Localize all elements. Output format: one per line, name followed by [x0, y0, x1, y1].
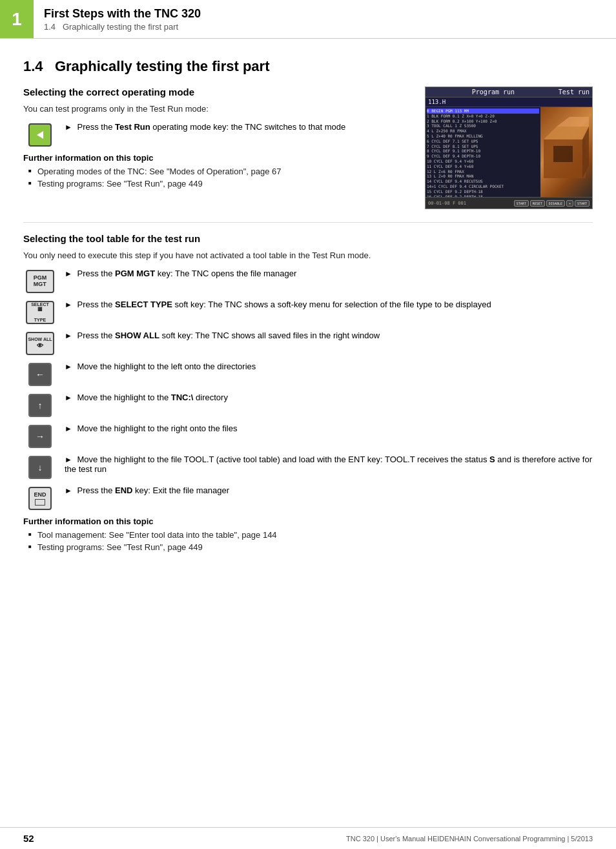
- screenshot-3d-render: [540, 107, 592, 200]
- screenshot-code-line-4: 4 L Z+250 R0 FMAX: [427, 128, 539, 134]
- screenshot-filename: 113.H: [428, 99, 446, 105]
- instruction-arrow-right: → ► Move the highlight to the right onto…: [23, 424, 593, 448]
- further-info-1: Further information on this topic Operat…: [23, 153, 412, 190]
- screenshot-code-line-3: 3 TOOL CALL 1 Z S3500: [427, 123, 539, 128]
- screenshot-code-line-14: 14 CYCL DEF 9.4 RECUTSUS: [427, 179, 539, 184]
- end-text: Press the END key: Exit the file manager: [77, 486, 230, 495]
- arrow-right-key: →: [28, 425, 52, 448]
- screenshot-code-line-9: 9 CYCL DEF 9.4 DEPTH-10: [427, 154, 539, 159]
- svg-marker-2: [544, 127, 589, 139]
- further-info-1-title: Further information on this topic: [23, 153, 412, 163]
- arrow-key-svg: [34, 129, 46, 141]
- screenshot-code-line-12: 12 L Z+6 R0 FMAX: [427, 169, 539, 174]
- selecting-mode-body: You can test programs only in the Test R…: [23, 103, 412, 116]
- further-info-2-title: Further information on this topic: [23, 517, 593, 526]
- select-type-icon-col: SELECT▦TYPE: [23, 300, 57, 324]
- test-run-desc: ► Press the Test Run operating mode key:…: [65, 122, 412, 132]
- screenshot-code-line-8: 8 CYCL DEF 9.1 DEPTH-10: [427, 148, 539, 154]
- selecting-tool-heading: Selecting the tool table for the test ru…: [23, 233, 593, 244]
- arrow-up-desc: ► Move the highlight to the TNC:\ direct…: [65, 393, 593, 402]
- screenshot-bottom-bar: 00-01-08 F 001 START RESET DISABLE + STA…: [426, 197, 592, 209]
- screenshot-code-line-13: 13 L Z+0 R0 FMAX MAN: [427, 174, 539, 179]
- svg-marker-0: [37, 131, 43, 139]
- show-all-desc: ► Press the SHOW ALL soft key: The TNC s…: [65, 331, 593, 340]
- select-type-desc: ► Press the SELECT TYPE soft key: The TN…: [65, 300, 593, 309]
- header-text-block: First Steps with the TNC 320 1.4 Graphic…: [34, 0, 211, 38]
- softkey-disable[interactable]: DISABLE: [546, 200, 565, 207]
- svg-marker-5: [557, 117, 589, 127]
- pgm-mgt-key: PGMMGT: [26, 270, 54, 293]
- screenshot-program-run-label: Program run: [472, 88, 515, 96]
- screenshot-code-area: 0 BEGIN PGM 113 MM 1 BLK FORM 0.1 Z X+0 …: [426, 107, 540, 200]
- screenshot-code-line-1: 1 BLK FORM 0.1 Z X+0 Y+0 Z-20: [427, 114, 539, 119]
- arrow-bullet-left: ►: [65, 362, 72, 371]
- arrow-bullet-select: ►: [65, 300, 72, 309]
- arrow-down-key: ↓: [28, 456, 52, 479]
- end-icon-col: END: [23, 486, 57, 510]
- end-desc: ► Press the END key: Exit the file manag…: [65, 486, 593, 495]
- arrow-bullet-up: ►: [65, 393, 72, 402]
- main-content: 1.4 Graphically testing the first part S…: [0, 39, 616, 582]
- show-all-key: SHOW ALL👁: [26, 332, 54, 355]
- arrow-bullet-end: ►: [65, 486, 72, 495]
- arrow-bullet-pgm: ►: [65, 269, 72, 278]
- test-run-instruction: ► Press the Test Run operating mode key:…: [23, 122, 412, 147]
- pgm-mgt-text: Press the PGM MGT key: The TNC opens the…: [77, 269, 297, 278]
- test-run-icon-col: [23, 122, 57, 147]
- arrow-left-icon-col: ←: [23, 362, 57, 386]
- arrow-up-icon-col: ↑: [23, 393, 57, 417]
- arrow-bullet-show-all: ►: [65, 331, 72, 340]
- screenshot-code-line-15: 15 CYCL DEF 9.2 DEPTH-18: [427, 189, 539, 194]
- screenshot-content: 0 BEGIN PGM 113 MM 1 BLK FORM 0.1 Z X+0 …: [426, 107, 592, 200]
- selecting-mode-section: Selecting the correct operating mode You…: [23, 87, 593, 209]
- selecting-tool-section: Selecting the tool table for the test ru…: [23, 233, 593, 554]
- instruction-pgm-mgt: PGMMGT ► Press the PGM MGT key: The TNC …: [23, 269, 593, 293]
- screenshot-box: Program run Test run 113.H 0 BEGIN PGM 1…: [425, 87, 593, 209]
- softkey-reset[interactable]: RESET: [530, 200, 545, 207]
- instruction-end: END ► Press the END key: Exit the file m…: [23, 486, 593, 510]
- instruction-arrow-up: ↑ ► Move the highlight to the TNC:\ dire…: [23, 393, 593, 417]
- arrow-left-desc: ► Move the highlight to the left onto th…: [65, 362, 593, 371]
- footer-text: TNC 320 | User's Manual HEIDENHAIN Conve…: [346, 835, 593, 843]
- softkey-plus[interactable]: +: [566, 200, 573, 207]
- end-key: END: [28, 487, 52, 510]
- svg-rect-4: [553, 146, 573, 162]
- test-run-key-icon: [28, 123, 52, 147]
- screenshot-test-run-label: Test run: [559, 88, 590, 96]
- arrow-left-text: Move the highlight to the left onto the …: [77, 362, 256, 371]
- arrow-down-desc: ► Move the highlight to the file TOOL.T …: [65, 455, 593, 474]
- arrow-bullet-1: ►: [65, 123, 72, 132]
- softkey-start2[interactable]: START: [575, 200, 590, 207]
- arrow-right-desc: ► Move the highlight to the right onto t…: [65, 424, 593, 433]
- chapter-number-block: 1: [0, 0, 34, 38]
- end-key-label: END: [34, 491, 46, 498]
- screenshot-code-line-7: 7 CYCL DEF 8.1 SET UPS: [427, 144, 539, 149]
- screenshot-code-line-14a: 14+1 CYCL DEF 9.4 CIRCULAR POCKET: [427, 184, 539, 189]
- page-number: 52: [23, 833, 34, 844]
- pgm-mgt-icon-col: PGMMGT: [23, 269, 57, 293]
- arrow-bullet-down: ►: [65, 455, 72, 464]
- further-info-2-list: Tool management: See "Enter tool data in…: [23, 529, 593, 554]
- show-all-icon-col: SHOW ALL👁: [23, 331, 57, 355]
- arrow-up-text: Move the highlight to the TNC:\ director…: [77, 393, 228, 402]
- screenshot-code-line-2: 2 BLK FORM 0.2 X+100 Y+100 Z+0: [427, 119, 539, 124]
- further-info-1-item-0: Operating modes of the TNC: See "Modes o…: [28, 165, 412, 178]
- screenshot-filename-bar: 113.H: [426, 97, 592, 107]
- screenshot-code-line-10: 10 CYCL DEF 9.4 Y+60: [427, 159, 539, 164]
- further-info-2-item-0: Tool management: See "Enter tool data in…: [28, 529, 593, 542]
- page-footer: 52 TNC 320 | User's Manual HEIDENHAIN Co…: [0, 827, 616, 849]
- selecting-mode-heading: Selecting the correct operating mode: [23, 87, 412, 97]
- arrow-down-text: Move the highlight to the file TOOL.T (a…: [65, 455, 592, 474]
- screenshot-3d-area: [540, 107, 592, 200]
- further-info-1-list: Operating modes of the TNC: See "Modes o…: [23, 165, 412, 190]
- further-info-2: Further information on this topic Tool m…: [23, 517, 593, 554]
- arrow-right-icon-col: →: [23, 424, 57, 448]
- header-section-title: 1.4 Graphically testing the first part: [44, 22, 201, 32]
- softkey-start[interactable]: START: [514, 200, 529, 207]
- section-heading: 1.4 Graphically testing the first part: [23, 58, 593, 75]
- screenshot-time-display: 00-01-08 F 001: [428, 201, 466, 206]
- end-key-square: [35, 499, 45, 506]
- instruction-arrow-down: ↓ ► Move the highlight to the file TOOL.…: [23, 455, 593, 479]
- top-header-bar: 1 First Steps with the TNC 320 1.4 Graph…: [0, 0, 616, 39]
- arrow-up-key: ↑: [28, 394, 52, 417]
